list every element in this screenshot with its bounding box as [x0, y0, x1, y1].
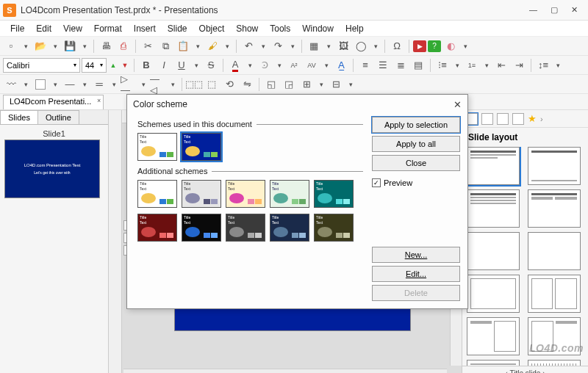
- font-color-button[interactable]: A: [227, 57, 243, 73]
- scheme-option[interactable]: TitleText: [270, 214, 309, 242]
- image-button[interactable]: 🖼: [335, 38, 351, 54]
- layout-option[interactable]: [467, 317, 520, 355]
- edit-button[interactable]: Edit...: [372, 266, 460, 282]
- strike-button[interactable]: S: [203, 57, 219, 73]
- align-objects-button[interactable]: ⊞: [298, 76, 315, 93]
- bold-button[interactable]: B: [138, 57, 154, 73]
- menu-help[interactable]: Help: [340, 22, 370, 35]
- italic-button[interactable]: I: [156, 57, 172, 73]
- dialog-close-icon[interactable]: ✕: [453, 99, 462, 110]
- menu-insert[interactable]: Insert: [128, 22, 162, 35]
- layout-option[interactable]: [528, 189, 581, 228]
- align-left-button[interactable]: ≡: [357, 57, 373, 73]
- outdent-button[interactable]: ⇤: [493, 57, 509, 73]
- rotate-button[interactable]: ⟲: [221, 76, 237, 93]
- print-button[interactable]: 🖶: [98, 38, 114, 54]
- help-icon[interactable]: ?: [428, 40, 441, 52]
- paste-button[interactable]: 📋: [175, 38, 191, 54]
- align-right-button[interactable]: ≣: [392, 57, 409, 73]
- scheme-option[interactable]: TitleText: [182, 214, 221, 242]
- superscript-button[interactable]: A²: [286, 57, 302, 73]
- cut-button[interactable]: ✂: [140, 38, 156, 54]
- send-backward-button[interactable]: ◲: [281, 76, 297, 93]
- transition-tab-icon[interactable]: [497, 113, 509, 125]
- layout-option[interactable]: [528, 232, 581, 270]
- align-justify-button[interactable]: ▤: [410, 57, 426, 73]
- menu-show[interactable]: Show: [230, 22, 264, 35]
- undo-button[interactable]: ↶: [240, 38, 257, 54]
- menu-format[interactable]: Format: [88, 22, 128, 35]
- menu-tools[interactable]: Tools: [264, 22, 296, 35]
- scheme-option[interactable]: TitleText: [226, 214, 265, 242]
- scheme-option[interactable]: TitleText: [182, 180, 221, 208]
- bring-forward-button[interactable]: ◱: [263, 76, 279, 93]
- layout-option[interactable]: [467, 275, 520, 313]
- chevron-right-icon[interactable]: ›: [542, 369, 545, 373]
- new-button[interactable]: New...: [372, 247, 460, 263]
- fill-button[interactable]: [32, 76, 49, 93]
- line-weight-button[interactable]: ═: [91, 76, 107, 93]
- flip-button[interactable]: ⇋: [239, 76, 255, 93]
- layout-option[interactable]: [467, 360, 520, 366]
- scheme-option[interactable]: TitleText: [137, 214, 177, 242]
- arrow-start-button[interactable]: ▷—: [121, 76, 137, 93]
- line-spacing-button[interactable]: ↕≡: [535, 57, 551, 73]
- distribute-button[interactable]: ⊟: [328, 76, 344, 93]
- tab-outline[interactable]: Outline: [37, 110, 79, 124]
- line-color-button[interactable]: 〰: [3, 76, 19, 93]
- horizontal-scrollbar[interactable]: [123, 369, 447, 373]
- slideshow-button[interactable]: ▶: [413, 40, 426, 52]
- chevron-left-icon[interactable]: ‹: [505, 369, 507, 373]
- copy-button[interactable]: ⧉: [157, 38, 173, 54]
- numbering-button[interactable]: 1≡: [464, 57, 480, 73]
- underline-button[interactable]: U: [173, 57, 190, 73]
- scheme-option[interactable]: TitleText: [270, 180, 309, 208]
- animation-tab-icon[interactable]: [512, 113, 524, 125]
- symbol-button[interactable]: Ω: [389, 38, 405, 54]
- save-button[interactable]: 💾: [62, 38, 78, 54]
- pdf-button[interactable]: ⎙: [115, 38, 132, 54]
- tab-slides[interactable]: Slides: [0, 110, 38, 124]
- highlight-button[interactable]: Ꜿ: [257, 57, 273, 73]
- table-button[interactable]: ▦: [306, 38, 322, 54]
- redo-button[interactable]: ↷: [270, 38, 286, 54]
- scheme-option[interactable]: TitleText: [314, 214, 354, 242]
- line-style-button[interactable]: —: [62, 76, 78, 93]
- apply-selection-button[interactable]: Apply to selection: [372, 117, 460, 133]
- slide-thumbnail[interactable]: LO4D.com Presentation Test Let's get thi…: [4, 140, 100, 198]
- case-button[interactable]: A̲: [333, 57, 349, 73]
- scheme-option[interactable]: TitleText: [226, 180, 265, 208]
- scheme-option[interactable]: TitleText: [314, 180, 354, 208]
- chevron-right-icon[interactable]: ›: [540, 115, 543, 123]
- shrink-font-button[interactable]: ▼: [120, 57, 130, 73]
- font-combo[interactable]: Calibri▾: [3, 58, 80, 73]
- align-center-button[interactable]: ☰: [375, 57, 391, 73]
- scheme-option[interactable]: TitleText: [182, 133, 221, 161]
- menu-file[interactable]: File: [4, 22, 30, 35]
- indent-button[interactable]: ⇥: [511, 57, 527, 73]
- design-tab-icon[interactable]: [481, 113, 493, 125]
- open-button[interactable]: 📂: [32, 38, 49, 54]
- layout-option[interactable]: [528, 360, 581, 366]
- minimize-button[interactable]: —: [529, 5, 537, 15]
- menu-slide[interactable]: Slide: [162, 22, 193, 35]
- layout-option[interactable]: [467, 147, 520, 185]
- layout-option[interactable]: [467, 189, 520, 228]
- close-tab-icon[interactable]: ×: [97, 97, 101, 104]
- document-tab[interactable]: LO4Dcom Presentati... ×: [3, 95, 104, 109]
- layout-option[interactable]: [467, 232, 520, 270]
- apply-all-button[interactable]: Apply to all: [372, 136, 460, 152]
- preview-checkbox[interactable]: ✓ Preview: [372, 178, 460, 187]
- menu-window[interactable]: Window: [296, 22, 340, 35]
- menu-object[interactable]: Object: [193, 22, 231, 35]
- new-button[interactable]: ▫: [3, 38, 19, 54]
- font-size-combo[interactable]: 44▾: [82, 58, 107, 73]
- format-paint-button[interactable]: 🖌: [204, 38, 220, 54]
- layout-option[interactable]: [528, 147, 581, 185]
- close-button[interactable]: Close: [372, 155, 460, 171]
- shape-button[interactable]: ◯: [353, 38, 369, 54]
- close-button[interactable]: ✕: [571, 5, 578, 15]
- group-button[interactable]: ⬚⬚: [186, 76, 202, 93]
- bullets-button[interactable]: ⁝≡: [434, 57, 451, 73]
- menu-view[interactable]: View: [57, 22, 88, 35]
